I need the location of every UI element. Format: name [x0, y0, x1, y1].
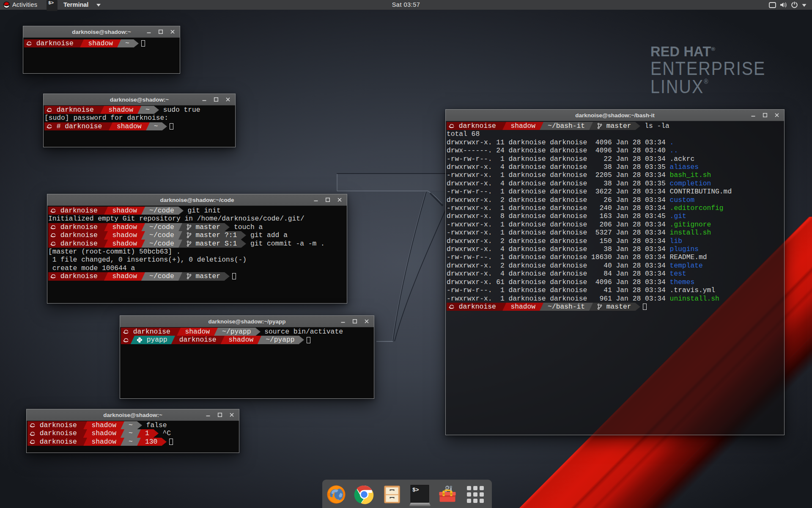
- svg-text:$>: $>: [412, 487, 419, 493]
